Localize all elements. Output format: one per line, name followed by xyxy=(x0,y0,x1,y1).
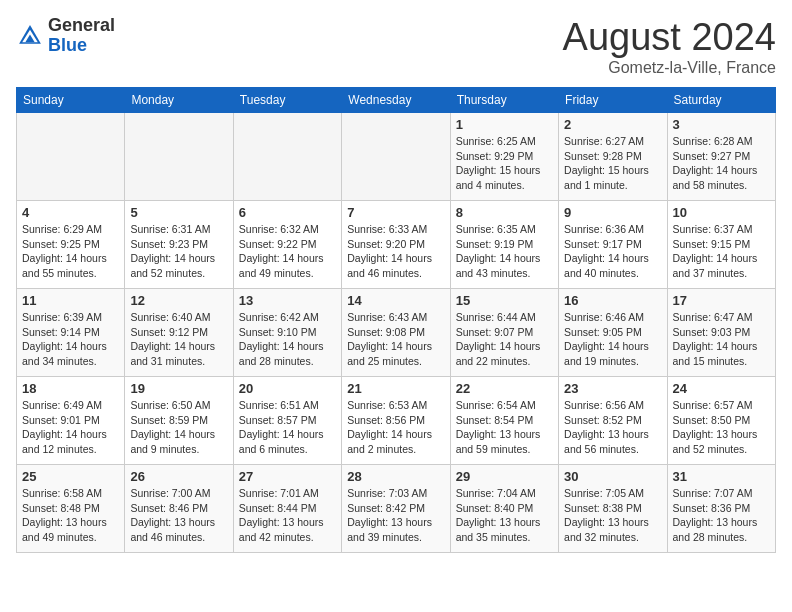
day-number: 15 xyxy=(456,293,553,308)
day-info: Sunrise: 7:01 AM Sunset: 8:44 PM Dayligh… xyxy=(239,486,336,545)
day-number: 18 xyxy=(22,381,119,396)
day-info: Sunrise: 6:27 AM Sunset: 9:28 PM Dayligh… xyxy=(564,134,661,193)
title-block: August 2024 Gometz-la-Ville, France xyxy=(563,16,776,77)
weekday-header: Saturday xyxy=(667,88,775,113)
day-info: Sunrise: 6:36 AM Sunset: 9:17 PM Dayligh… xyxy=(564,222,661,281)
day-info: Sunrise: 6:40 AM Sunset: 9:12 PM Dayligh… xyxy=(130,310,227,369)
calendar-cell: 1Sunrise: 6:25 AM Sunset: 9:29 PM Daylig… xyxy=(450,113,558,201)
day-number: 22 xyxy=(456,381,553,396)
day-number: 28 xyxy=(347,469,444,484)
day-number: 31 xyxy=(673,469,770,484)
calendar-cell: 9Sunrise: 6:36 AM Sunset: 9:17 PM Daylig… xyxy=(559,201,667,289)
day-number: 9 xyxy=(564,205,661,220)
calendar-cell xyxy=(233,113,341,201)
day-number: 24 xyxy=(673,381,770,396)
calendar-cell: 30Sunrise: 7:05 AM Sunset: 8:38 PM Dayli… xyxy=(559,465,667,553)
calendar-cell: 22Sunrise: 6:54 AM Sunset: 8:54 PM Dayli… xyxy=(450,377,558,465)
day-info: Sunrise: 7:04 AM Sunset: 8:40 PM Dayligh… xyxy=(456,486,553,545)
calendar-cell: 20Sunrise: 6:51 AM Sunset: 8:57 PM Dayli… xyxy=(233,377,341,465)
calendar-cell: 18Sunrise: 6:49 AM Sunset: 9:01 PM Dayli… xyxy=(17,377,125,465)
calendar-cell: 21Sunrise: 6:53 AM Sunset: 8:56 PM Dayli… xyxy=(342,377,450,465)
day-info: Sunrise: 6:39 AM Sunset: 9:14 PM Dayligh… xyxy=(22,310,119,369)
calendar-cell: 5Sunrise: 6:31 AM Sunset: 9:23 PM Daylig… xyxy=(125,201,233,289)
calendar-cell: 31Sunrise: 7:07 AM Sunset: 8:36 PM Dayli… xyxy=(667,465,775,553)
calendar-cell xyxy=(125,113,233,201)
day-number: 30 xyxy=(564,469,661,484)
calendar-cell: 23Sunrise: 6:56 AM Sunset: 8:52 PM Dayli… xyxy=(559,377,667,465)
day-info: Sunrise: 6:25 AM Sunset: 9:29 PM Dayligh… xyxy=(456,134,553,193)
day-number: 1 xyxy=(456,117,553,132)
day-number: 19 xyxy=(130,381,227,396)
day-info: Sunrise: 6:51 AM Sunset: 8:57 PM Dayligh… xyxy=(239,398,336,457)
day-number: 4 xyxy=(22,205,119,220)
calendar-week-row: 4Sunrise: 6:29 AM Sunset: 9:25 PM Daylig… xyxy=(17,201,776,289)
calendar-body: 1Sunrise: 6:25 AM Sunset: 9:29 PM Daylig… xyxy=(17,113,776,553)
day-number: 8 xyxy=(456,205,553,220)
calendar-cell: 13Sunrise: 6:42 AM Sunset: 9:10 PM Dayli… xyxy=(233,289,341,377)
calendar-cell: 16Sunrise: 6:46 AM Sunset: 9:05 PM Dayli… xyxy=(559,289,667,377)
day-number: 17 xyxy=(673,293,770,308)
calendar-cell: 19Sunrise: 6:50 AM Sunset: 8:59 PM Dayli… xyxy=(125,377,233,465)
day-info: Sunrise: 6:58 AM Sunset: 8:48 PM Dayligh… xyxy=(22,486,119,545)
day-info: Sunrise: 6:53 AM Sunset: 8:56 PM Dayligh… xyxy=(347,398,444,457)
day-number: 11 xyxy=(22,293,119,308)
day-info: Sunrise: 7:07 AM Sunset: 8:36 PM Dayligh… xyxy=(673,486,770,545)
calendar-cell: 14Sunrise: 6:43 AM Sunset: 9:08 PM Dayli… xyxy=(342,289,450,377)
weekday-header: Sunday xyxy=(17,88,125,113)
day-number: 5 xyxy=(130,205,227,220)
calendar-cell: 27Sunrise: 7:01 AM Sunset: 8:44 PM Dayli… xyxy=(233,465,341,553)
day-number: 13 xyxy=(239,293,336,308)
day-info: Sunrise: 6:42 AM Sunset: 9:10 PM Dayligh… xyxy=(239,310,336,369)
day-number: 23 xyxy=(564,381,661,396)
calendar-week-row: 18Sunrise: 6:49 AM Sunset: 9:01 PM Dayli… xyxy=(17,377,776,465)
day-info: Sunrise: 6:37 AM Sunset: 9:15 PM Dayligh… xyxy=(673,222,770,281)
day-number: 25 xyxy=(22,469,119,484)
month-title: August 2024 xyxy=(563,16,776,59)
day-info: Sunrise: 7:05 AM Sunset: 8:38 PM Dayligh… xyxy=(564,486,661,545)
day-info: Sunrise: 6:32 AM Sunset: 9:22 PM Dayligh… xyxy=(239,222,336,281)
calendar-cell: 11Sunrise: 6:39 AM Sunset: 9:14 PM Dayli… xyxy=(17,289,125,377)
location-title: Gometz-la-Ville, France xyxy=(563,59,776,77)
calendar-cell xyxy=(17,113,125,201)
logo-blue: Blue xyxy=(48,35,87,55)
calendar-cell: 8Sunrise: 6:35 AM Sunset: 9:19 PM Daylig… xyxy=(450,201,558,289)
calendar-cell: 10Sunrise: 6:37 AM Sunset: 9:15 PM Dayli… xyxy=(667,201,775,289)
day-info: Sunrise: 6:33 AM Sunset: 9:20 PM Dayligh… xyxy=(347,222,444,281)
calendar-cell xyxy=(342,113,450,201)
day-info: Sunrise: 6:29 AM Sunset: 9:25 PM Dayligh… xyxy=(22,222,119,281)
day-info: Sunrise: 6:56 AM Sunset: 8:52 PM Dayligh… xyxy=(564,398,661,457)
calendar-cell: 3Sunrise: 6:28 AM Sunset: 9:27 PM Daylig… xyxy=(667,113,775,201)
day-info: Sunrise: 6:44 AM Sunset: 9:07 PM Dayligh… xyxy=(456,310,553,369)
day-number: 2 xyxy=(564,117,661,132)
calendar-table: SundayMondayTuesdayWednesdayThursdayFrid… xyxy=(16,87,776,553)
weekday-header: Monday xyxy=(125,88,233,113)
calendar-cell: 26Sunrise: 7:00 AM Sunset: 8:46 PM Dayli… xyxy=(125,465,233,553)
day-number: 3 xyxy=(673,117,770,132)
calendar-cell: 2Sunrise: 6:27 AM Sunset: 9:28 PM Daylig… xyxy=(559,113,667,201)
calendar-cell: 15Sunrise: 6:44 AM Sunset: 9:07 PM Dayli… xyxy=(450,289,558,377)
calendar-week-row: 11Sunrise: 6:39 AM Sunset: 9:14 PM Dayli… xyxy=(17,289,776,377)
day-number: 10 xyxy=(673,205,770,220)
day-number: 26 xyxy=(130,469,227,484)
day-info: Sunrise: 6:46 AM Sunset: 9:05 PM Dayligh… xyxy=(564,310,661,369)
weekday-header: Thursday xyxy=(450,88,558,113)
calendar-cell: 29Sunrise: 7:04 AM Sunset: 8:40 PM Dayli… xyxy=(450,465,558,553)
day-number: 12 xyxy=(130,293,227,308)
day-info: Sunrise: 7:00 AM Sunset: 8:46 PM Dayligh… xyxy=(130,486,227,545)
day-info: Sunrise: 6:50 AM Sunset: 8:59 PM Dayligh… xyxy=(130,398,227,457)
day-info: Sunrise: 6:57 AM Sunset: 8:50 PM Dayligh… xyxy=(673,398,770,457)
page-header: General Blue August 2024 Gometz-la-Ville… xyxy=(16,16,776,77)
day-info: Sunrise: 7:03 AM Sunset: 8:42 PM Dayligh… xyxy=(347,486,444,545)
day-number: 14 xyxy=(347,293,444,308)
day-number: 29 xyxy=(456,469,553,484)
calendar-cell: 28Sunrise: 7:03 AM Sunset: 8:42 PM Dayli… xyxy=(342,465,450,553)
weekday-header: Friday xyxy=(559,88,667,113)
day-info: Sunrise: 6:54 AM Sunset: 8:54 PM Dayligh… xyxy=(456,398,553,457)
calendar-cell: 7Sunrise: 6:33 AM Sunset: 9:20 PM Daylig… xyxy=(342,201,450,289)
logo: General Blue xyxy=(16,16,115,56)
day-info: Sunrise: 6:49 AM Sunset: 9:01 PM Dayligh… xyxy=(22,398,119,457)
weekday-header: Tuesday xyxy=(233,88,341,113)
calendar-cell: 25Sunrise: 6:58 AM Sunset: 8:48 PM Dayli… xyxy=(17,465,125,553)
day-number: 21 xyxy=(347,381,444,396)
day-info: Sunrise: 6:35 AM Sunset: 9:19 PM Dayligh… xyxy=(456,222,553,281)
